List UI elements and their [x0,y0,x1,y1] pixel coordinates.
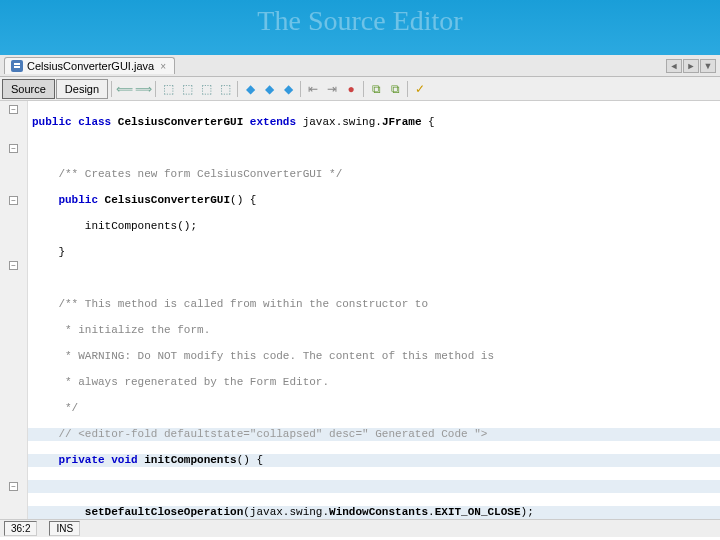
uncomment-icon[interactable]: ⧉ [386,80,404,98]
find-prev-icon[interactable]: ⬚ [178,80,196,98]
comment-icon[interactable]: ⧉ [367,80,385,98]
nav-down-button[interactable]: ▼ [700,59,716,73]
separator [237,81,238,97]
close-icon[interactable]: × [158,61,168,72]
code-content[interactable]: public class CelsiusConverterGUI extends… [28,101,720,519]
file-tab-bar: CelsiusConverterGUI.java × ◄ ► ▼ [0,55,720,77]
macro-rec-icon[interactable]: ● [342,80,360,98]
file-tab[interactable]: CelsiusConverterGUI.java × [4,57,175,74]
toggle-bookmark-icon[interactable]: ◆ [279,80,297,98]
tab-nav: ◄ ► ▼ [666,59,716,73]
slide-banner: The Source Editor [0,0,720,55]
separator [407,81,408,97]
shift-right-icon[interactable]: ⇥ [323,80,341,98]
cursor-position: 36:2 [4,521,37,536]
fold-icon[interactable]: − [9,105,18,114]
code-editor[interactable]: − − − − − − public class CelsiusConvert [0,101,720,519]
nav-right-button[interactable]: ► [683,59,699,73]
history-back-icon[interactable]: ⟸ [115,80,133,98]
status-bar: 36:2 INS [0,519,720,537]
fold-icon[interactable]: − [9,482,18,491]
java-file-icon [11,60,23,72]
find-next-icon[interactable]: ⬚ [197,80,215,98]
gutter: − − − − − − [0,101,28,519]
editor-toolbar: Source Design ⟸ ⟹ ⬚ ⬚ ⬚ ⬚ ◆ ◆ ◆ ⇤ ⇥ ● ⧉ … [0,77,720,101]
slide-title: The Source Editor [0,0,720,37]
separator [111,81,112,97]
nav-left-button[interactable]: ◄ [666,59,682,73]
prev-bookmark-icon[interactable]: ◆ [241,80,259,98]
fold-icon[interactable]: − [9,261,18,270]
check-xml-icon[interactable]: ✓ [411,80,429,98]
file-tab-label: CelsiusConverterGUI.java [27,60,154,72]
find-selection-icon[interactable]: ⬚ [159,80,177,98]
shift-left-icon[interactable]: ⇤ [304,80,322,98]
design-view-button[interactable]: Design [56,79,108,99]
fold-icon[interactable]: − [9,196,18,205]
separator [363,81,364,97]
next-bookmark-icon[interactable]: ◆ [260,80,278,98]
source-view-button[interactable]: Source [2,79,55,99]
insert-mode: INS [49,521,80,536]
separator [300,81,301,97]
fold-icon[interactable]: − [9,144,18,153]
toggle-highlight-icon[interactable]: ⬚ [216,80,234,98]
history-fwd-icon[interactable]: ⟹ [134,80,152,98]
separator [155,81,156,97]
